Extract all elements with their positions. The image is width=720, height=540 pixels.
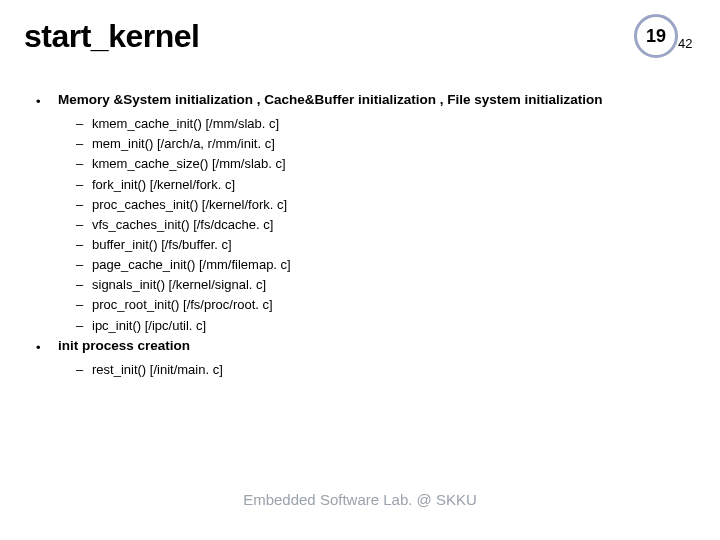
slide-footer: Embedded Software Lab. @ SKKU [0, 491, 720, 508]
dash-icon: – [76, 195, 92, 215]
dash-icon: – [76, 215, 92, 235]
list-item: –kmem_cache_init() [/mm/slab. c] [36, 114, 696, 134]
list-item: –vfs_caches_init() [/fs/dcache. c] [36, 215, 696, 235]
list-item-text: proc_root_init() [/fs/proc/root. c] [92, 295, 273, 315]
dash-icon: – [76, 316, 92, 336]
slide: start_kernel 19 42 • Memory &System init… [0, 0, 720, 540]
list-item-text: page_cache_init() [/mm/filemap. c] [92, 255, 291, 275]
dash-icon: – [76, 295, 92, 315]
list-item-text: proc_caches_init() [/kernel/fork. c] [92, 195, 287, 215]
list-item-text: buffer_init() [/fs/buffer. c] [92, 235, 232, 255]
list-item: –signals_init() [/kernel/signal. c] [36, 275, 696, 295]
list-item: • init process creation [36, 336, 696, 358]
page-total: 42 [678, 36, 692, 51]
list-item: –proc_root_init() [/fs/proc/root. c] [36, 295, 696, 315]
slide-content: • Memory &System initialization , Cache&… [24, 90, 696, 380]
dash-icon: – [76, 235, 92, 255]
list-item-text: mem_init() [/arch/a, r/mm/init. c] [92, 134, 275, 154]
page-number-circle: 19 [634, 14, 678, 58]
list-item: –ipc_init() [/ipc/util. c] [36, 316, 696, 336]
list-item-text: vfs_caches_init() [/fs/dcache. c] [92, 215, 273, 235]
list-item: –proc_caches_init() [/kernel/fork. c] [36, 195, 696, 215]
list-item-text: kmem_cache_size() [/mm/slab. c] [92, 154, 286, 174]
list-item-text: signals_init() [/kernel/signal. c] [92, 275, 266, 295]
dash-icon: – [76, 154, 92, 174]
dash-icon: – [76, 360, 92, 380]
bullet-dot-icon: • [36, 336, 58, 358]
page-current: 19 [646, 26, 666, 47]
list-item-text: rest_init() [/init/main. c] [92, 360, 223, 380]
list-item: –page_cache_init() [/mm/filemap. c] [36, 255, 696, 275]
list-item-text: kmem_cache_init() [/mm/slab. c] [92, 114, 279, 134]
slide-title: start_kernel [24, 18, 199, 55]
list-item: –kmem_cache_size() [/mm/slab. c] [36, 154, 696, 174]
list-item-text: fork_init() [/kernel/fork. c] [92, 175, 235, 195]
dash-icon: – [76, 275, 92, 295]
dash-icon: – [76, 114, 92, 134]
list-item-text: ipc_init() [/ipc/util. c] [92, 316, 206, 336]
dash-icon: – [76, 255, 92, 275]
list-item: –buffer_init() [/fs/buffer. c] [36, 235, 696, 255]
list-item: –fork_init() [/kernel/fork. c] [36, 175, 696, 195]
bullet-dot-icon: • [36, 90, 58, 112]
list-item: –mem_init() [/arch/a, r/mm/init. c] [36, 134, 696, 154]
page-number-box: 19 42 [634, 14, 696, 62]
section-heading: Memory &System initialization , Cache&Bu… [58, 90, 696, 111]
section-heading: init process creation [58, 336, 696, 357]
list-item: • Memory &System initialization , Cache&… [36, 90, 696, 112]
dash-icon: – [76, 175, 92, 195]
list-item: –rest_init() [/init/main. c] [36, 360, 696, 380]
slide-header: start_kernel 19 42 [24, 18, 696, 62]
dash-icon: – [76, 134, 92, 154]
